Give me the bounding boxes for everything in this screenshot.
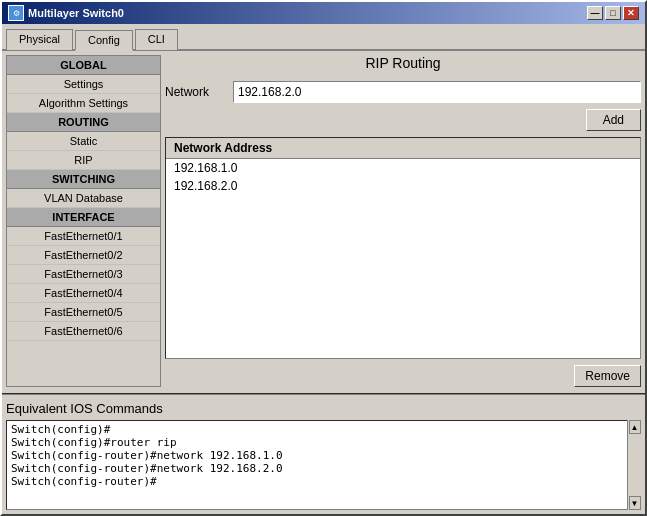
main-window: ⚙ Multilayer Switch0 — □ ✕ Physical Conf… [0, 0, 647, 516]
sidebar-item-fe05[interactable]: FastEthernet0/5 [7, 303, 160, 322]
network-input[interactable] [233, 81, 641, 103]
console-label: Equivalent IOS Commands [6, 401, 641, 416]
sidebar-item-fe06[interactable]: FastEthernet0/6 [7, 322, 160, 341]
network-list-header: Network Address [166, 138, 640, 159]
scrollbar-down-icon[interactable]: ▼ [629, 496, 641, 510]
close-button[interactable]: ✕ [623, 6, 639, 20]
sidebar-item-fe03[interactable]: FastEthernet0/3 [7, 265, 160, 284]
sidebar-item-fe02[interactable]: FastEthernet0/2 [7, 246, 160, 265]
sidebar-item-fe04[interactable]: FastEthernet0/4 [7, 284, 160, 303]
network-list-item[interactable]: 192.168.2.0 [166, 177, 640, 195]
sidebar-item-static[interactable]: Static [7, 132, 160, 151]
console-line-2: Switch(config)#router rip [11, 436, 636, 449]
console-section: Equivalent IOS Commands Switch(config)# … [2, 397, 645, 514]
window-title: Multilayer Switch0 [28, 7, 124, 19]
scrollbar-up-icon[interactable]: ▲ [629, 420, 641, 434]
console-line-4: Switch(config-router)#network 192.168.2.… [11, 462, 636, 475]
tab-bar: Physical Config CLI [2, 24, 645, 51]
title-buttons: — □ ✕ [587, 6, 639, 20]
network-field-row: Network [165, 81, 641, 103]
divider [2, 393, 645, 395]
console-box[interactable]: Switch(config)# Switch(config)#router ri… [6, 420, 641, 510]
panel-title: RIP Routing [165, 55, 641, 71]
sidebar-scroll[interactable]: GLOBAL Settings Algorithm Settings ROUTI… [7, 56, 160, 386]
console-line-3: Switch(config-router)#network 192.168.1.… [11, 449, 636, 462]
network-list[interactable]: Network Address 192.168.1.0 192.168.2.0 [165, 137, 641, 359]
title-bar-left: ⚙ Multilayer Switch0 [8, 5, 124, 21]
console-line-5: Switch(config-router)# [11, 475, 636, 488]
sidebar-item-vlan-database[interactable]: VLAN Database [7, 189, 160, 208]
tab-physical[interactable]: Physical [6, 29, 73, 50]
sidebar-item-algorithm-settings[interactable]: Algorithm Settings [7, 94, 160, 113]
tab-config[interactable]: Config [75, 30, 133, 51]
add-row: Add [165, 109, 641, 131]
window-body: Physical Config CLI GLOBAL Settings Algo… [2, 24, 645, 514]
main-content: GLOBAL Settings Algorithm Settings ROUTI… [2, 51, 645, 391]
title-bar: ⚙ Multilayer Switch0 — □ ✕ [2, 2, 645, 24]
network-label: Network [165, 85, 225, 99]
console-line-1: Switch(config)# [11, 423, 636, 436]
network-list-item[interactable]: 192.168.1.0 [166, 159, 640, 177]
sidebar-category-switching: SWITCHING [7, 170, 160, 189]
maximize-button[interactable]: □ [605, 6, 621, 20]
sidebar-category-interface: INTERFACE [7, 208, 160, 227]
sidebar-item-fe01[interactable]: FastEthernet0/1 [7, 227, 160, 246]
sidebar-category-routing: ROUTING [7, 113, 160, 132]
right-panel: RIP Routing Network Add Network Address … [165, 55, 641, 387]
sidebar-category-global: GLOBAL [7, 56, 160, 75]
sidebar-item-settings[interactable]: Settings [7, 75, 160, 94]
remove-button[interactable]: Remove [574, 365, 641, 387]
sidebar-item-rip[interactable]: RIP [7, 151, 160, 170]
tab-cli[interactable]: CLI [135, 29, 178, 50]
minimize-button[interactable]: — [587, 6, 603, 20]
add-button[interactable]: Add [586, 109, 641, 131]
window-icon: ⚙ [8, 5, 24, 21]
sidebar: GLOBAL Settings Algorithm Settings ROUTI… [6, 55, 161, 387]
